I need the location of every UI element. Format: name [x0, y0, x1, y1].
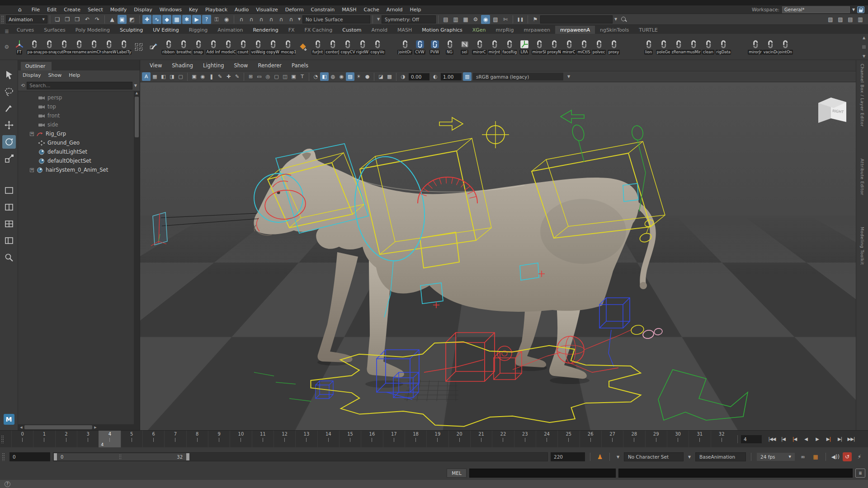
- range-slider-track[interactable]: 0 32: [53, 452, 548, 461]
- shelf-button-proxyN[interactable]: proxyN: [547, 39, 561, 55]
- rig-control-curve[interactable]: [439, 178, 441, 184]
- frame-9[interactable]: 9: [208, 431, 230, 447]
- shelf-button-mirorJr[interactable]: mirorJr: [748, 39, 763, 55]
- outliner-item-Ground_Geo[interactable]: Ground_Geo: [18, 138, 140, 147]
- frame-26[interactable]: 26: [580, 431, 601, 447]
- toggle-channel-box-icon[interactable]: ▧: [826, 15, 835, 24]
- mask-curves-icon[interactable]: ◆: [162, 15, 171, 24]
- frame-12[interactable]: 12: [274, 431, 295, 447]
- shelf-tab-rendering[interactable]: Rendering: [248, 26, 283, 34]
- rig-control-curve[interactable]: [457, 179, 459, 185]
- shelf-button-copyVe[interactable]: copyVe: [370, 39, 385, 55]
- shelf-button-clean[interactable]: clean: [701, 39, 716, 55]
- view-transform-select[interactable]: sRGB gamma (legacy): [473, 73, 563, 80]
- rig-control-curve[interactable]: [571, 123, 586, 142]
- shelf-tab-ngskintools[interactable]: ngSkinTools: [595, 26, 634, 34]
- shelf-button-voWeig[interactable]: voWeig: [250, 39, 265, 55]
- field-chart-icon[interactable]: ◫: [281, 72, 289, 81]
- rig-control-curve[interactable]: [482, 121, 509, 148]
- menu-display[interactable]: Display: [130, 7, 156, 13]
- snap-curve-icon[interactable]: ∩: [247, 15, 256, 24]
- outliner-filter-icon[interactable]: ⟲: [21, 83, 25, 89]
- shelf-button-grid[interactable]: [131, 42, 146, 52]
- render-view-icon[interactable]: ▤: [441, 15, 450, 24]
- timeslider-grip[interactable]: [1, 435, 4, 443]
- frame-11[interactable]: 11: [252, 431, 274, 447]
- toggle-attribute-editor-icon[interactable]: ▨: [836, 15, 845, 24]
- ipr-render-icon[interactable]: ▦: [461, 15, 470, 24]
- shelf-button-breathe[interactable]: breathe: [176, 39, 191, 55]
- workspace-dropdown-arrow[interactable]: ▼: [850, 6, 857, 13]
- shelf-button-NG[interactable]: NG: [442, 39, 457, 55]
- shelf-button-miCtlS[interactable]: miCtlS: [576, 39, 591, 55]
- character-set-select[interactable]: No Character Set: [624, 452, 684, 461]
- pause-viewport-icon[interactable]: ❚❚: [516, 15, 525, 24]
- viewport-menu-panels[interactable]: Panels: [288, 62, 312, 69]
- shelf-button-pa-snap[interactable]: pa-snap: [27, 39, 42, 55]
- menu-file[interactable]: File: [28, 7, 43, 13]
- set-key-icon[interactable]: ♟: [595, 453, 604, 460]
- lock-selection-icon[interactable]: ⚿: [212, 15, 221, 24]
- rig-control-curve[interactable]: [654, 328, 663, 335]
- safe-action-icon[interactable]: ▣: [289, 72, 298, 81]
- quick-input-field[interactable]: [540, 15, 613, 23]
- shelf-menu-icon[interactable]: ☰: [2, 29, 12, 34]
- rig-control-curve[interactable]: [609, 330, 614, 367]
- playback-loop-icon[interactable]: ∞: [798, 452, 807, 461]
- shelf-button-Add Inf[interactable]: Add Inf: [206, 39, 221, 55]
- frame-25[interactable]: 25: [557, 431, 579, 447]
- select-camera-icon[interactable]: ▣: [190, 72, 198, 81]
- rig-control-curve[interactable]: [433, 180, 437, 186]
- shelf-button-centerJ[interactable]: centerJ: [325, 39, 340, 55]
- outliner-menu-display[interactable]: Display: [23, 72, 41, 78]
- shelf-button-snap[interactable]: snap: [191, 39, 206, 55]
- menu-arnold[interactable]: Arnold: [383, 7, 406, 13]
- shelf-button-modelC[interactable]: modelC: [221, 39, 236, 55]
- outliner-item-top[interactable]: top: [18, 102, 140, 111]
- frame-3[interactable]: 3: [77, 431, 99, 447]
- shelf-button-count[interactable]: count: [236, 39, 250, 55]
- no-character-icon[interactable]: ⚑: [531, 15, 540, 24]
- viewport-menu-renderer[interactable]: Renderer: [254, 62, 286, 69]
- shelf-button-rename[interactable]: rename: [71, 39, 86, 55]
- frame-2[interactable]: 2: [55, 431, 77, 447]
- frame-4[interactable]: 44: [99, 431, 120, 447]
- motion-blur-icon[interactable]: ●: [363, 72, 372, 81]
- rig-control-curve[interactable]: [642, 329, 654, 340]
- grid-toggle-icon[interactable]: ⊞: [246, 72, 255, 81]
- outliner-item-front[interactable]: front: [18, 111, 140, 120]
- render-settings-icon[interactable]: ⚙: [471, 15, 480, 24]
- shelf-button-lion[interactable]: lion: [641, 39, 656, 55]
- auto-keyframe-toggle[interactable]: ↺: [843, 452, 852, 461]
- textured-icon[interactable]: ◍: [329, 72, 337, 81]
- lock-camera-icon[interactable]: ◉: [198, 72, 207, 81]
- gamma-field[interactable]: 1.00: [441, 73, 462, 80]
- color-management-icon[interactable]: ▥: [463, 72, 472, 81]
- frame-18[interactable]: 18: [405, 431, 426, 447]
- rig-control-curve[interactable]: [579, 141, 584, 162]
- shelf-button-mocap1[interactable]: mocap1: [280, 39, 295, 55]
- rig-control-curve[interactable]: [424, 360, 484, 372]
- shelf-tab-fx-caching[interactable]: FX Caching: [300, 26, 338, 34]
- rig-control-curve[interactable]: [561, 110, 584, 123]
- menu-mash[interactable]: MASH: [338, 7, 360, 13]
- menu-select[interactable]: Select: [84, 7, 107, 13]
- selection-manipulator[interactable]: [151, 212, 259, 246]
- select-tool[interactable]: [2, 68, 16, 82]
- snap-grid-icon[interactable]: ∩: [237, 15, 246, 24]
- range-end-handle[interactable]: [186, 453, 189, 460]
- menu-cache[interactable]: Cache: [360, 7, 383, 13]
- playback-range-block[interactable]: 0 32: [54, 453, 189, 460]
- hypershade-icon[interactable]: ◉: [481, 15, 490, 24]
- highlight-selection-icon[interactable]: ◉: [222, 15, 231, 24]
- oversan-icon[interactable]: ▢: [176, 72, 185, 81]
- shelf-button-vacinDe[interactable]: vacinDe: [763, 39, 778, 55]
- single-pane-layout[interactable]: [2, 184, 16, 197]
- rangebar-grip[interactable]: [2, 453, 5, 461]
- shelf-button-polvec[interactable]: polvec: [591, 39, 606, 55]
- shelf-button-poleGe[interactable]: poleGe: [656, 39, 671, 55]
- two-d-pan-zoom-icon[interactable]: ◨: [168, 72, 176, 81]
- mask-dynamics-icon[interactable]: ▶: [192, 15, 201, 24]
- menu-visualize[interactable]: Visualize: [252, 7, 281, 13]
- exposure-field[interactable]: 0.00: [409, 73, 429, 80]
